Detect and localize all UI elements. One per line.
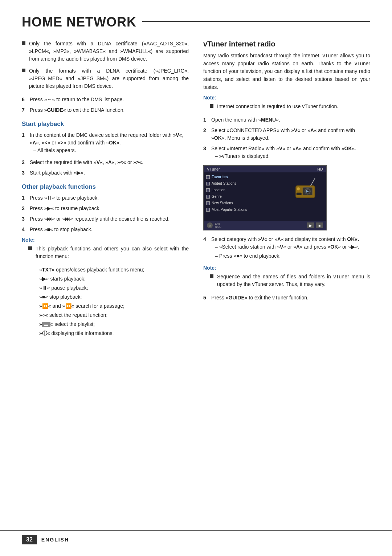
left-column: Only the formats with a DLNA certificate… [22,40,189,341]
vtuner-note: Note: Internet connection is required to… [203,95,370,110]
vtuner-stop-btn: ■ [316,222,323,228]
vtuner-note-text: Internet connection is required to use v… [217,103,338,110]
playback-note-label: Note: [22,237,189,243]
dlna-steps: 6 Press »←« to return to the DMS list pa… [22,96,189,114]
vtuner-menu-location: Location [204,187,262,193]
playback-step-1-num: 1 [22,131,30,139]
vtuner-note-item: Internet connection is required to use v… [210,103,370,110]
vtuner-step-2: 2 Select »CONNECTED APPS« with »V« or »Λ… [203,127,370,142]
playback-step-1-text: In the content of the DMC device select … [30,132,183,146]
vtuner-step-4-content: Select category with »V« or »Λ« and disp… [211,236,359,261]
note-item-repeat: »○« select the repeat function; [39,311,189,319]
other-step-1-text: Press »⏸« to pause playback. [30,194,99,202]
page-number: 32 [22,535,37,544]
vtuner-step-2-num: 2 [203,127,211,134]
page-footer: 32 ENGLISH [0,530,392,549]
playback-step-1: 1 In the content of the DMC device selec… [22,131,189,156]
playback-step-1-sub: – All titels appears. [33,147,189,154]
vtuner-menu-favorites-label: Favorites [212,175,228,179]
other-step-2: 2 Press »▶« to resume playback. [22,205,189,212]
step-7: 7 Press »GUIDE« to exit the DLNA functio… [22,106,189,114]
playback-step-3-text: Start playback with »▶«. [30,169,85,177]
vtuner-step-5: 5 Press »GUIDE« to exit the vTuner funct… [203,294,370,302]
playback-note-content: This playback functions and others you c… [28,245,189,337]
playback-step-2: 2 Select the required title with »V«, »Λ… [22,159,189,166]
vtuner-note-label: Note: [203,95,370,101]
vtuner-step-1-text: Open the menu with »MENU«. [211,116,280,124]
note-item-info: »ⓘ« displaying title informations. [39,330,189,337]
vtuner-note2-icon [210,274,213,278]
other-step-3-num: 3 [22,215,30,223]
vtuner-note-icon [210,104,213,108]
vtuner-home-icon: ⌂ [207,222,213,228]
page-title: HOME NETWORK [22,15,136,30]
other-step-4-num: 4 [22,226,30,233]
svg-rect-7 [297,193,302,195]
vtuner-step-3-text: Select »Internet Radio« with »V« or »Λ« … [211,146,356,151]
step-7-num: 7 [22,106,30,114]
bullet-icon-2 [22,69,25,72]
vtuner-step-3: 3 Select »Internet Radio« with »V« or »Λ… [203,145,370,162]
page: HOME NETWORK Only the formats with a DLN… [0,0,392,556]
bullet-text-1: Only the formats with a DLNA certificate… [29,40,189,63]
vtuner-step-4-sub2: – Press »■« to end playback. [215,252,359,260]
step-6-num: 6 [22,96,30,103]
other-step-2-text: Press »▶« to resume playback. [30,205,101,212]
vtuner-menu-added: Added Stations [204,180,262,187]
page-language: ENGLISH [41,537,69,543]
vtuner-checkbox-location [206,188,210,192]
dlna-bullets: Only the formats with a DLNA certificate… [22,40,189,90]
vtuner-step-5-num: 5 [203,294,211,302]
vtuner-checkbox-popular [206,208,210,212]
vtuner-menu: Favorites Added Stations Location G [204,172,262,218]
step-6: 6 Press »←« to return to the DMS list pa… [22,96,189,103]
vtuner-menu-new: New Stations [204,200,262,206]
bullet-item-1: Only the formats with a DLNA certificate… [22,40,189,63]
right-column: vTuner internet radio Many radio station… [203,40,370,341]
vtuner-menu-favorites: Favorites [204,174,262,180]
note-item-pause: »⏸« pause playback; [39,284,189,292]
vtuner-step4-section: 4 Select category with »V« or »Λ« and di… [203,236,370,261]
vtuner-screen-header: VTuner HD [204,166,326,172]
vtuner-step-3-content: Select »Internet Radio« with »V« or »Λ« … [211,145,356,162]
vtuner-screen-body: Favorites Added Stations Location G [204,172,326,218]
note-text: This playback functions and others you c… [36,245,189,260]
radio-svg [293,177,319,202]
playback-note-bullets: This playback functions and others you c… [28,245,189,260]
vtuner-menu-location-label: Location [212,188,225,192]
step-7-text: Press »GUIDE« to exit the DLNA function. [30,106,124,114]
other-step-4: 4 Press »■« to stop playback. [22,226,189,233]
vtuner-checkbox-genre [206,195,210,199]
note-sub-items: »TXT« opens/closes playback functions me… [36,266,189,337]
vtuner-radio-icon [293,177,319,202]
vtuner-menu-popular-label: Most Popular Stations [212,208,247,212]
vtuner-step-1-num: 1 [203,116,211,124]
vtuner-step-4-sub1: – »Select radio station with »V« or »Λ« … [215,243,359,251]
vtuner-menu-genre-label: Genre [212,195,222,199]
vtuner-note2-list: Sequence and the names of files and fold… [210,273,370,288]
start-playback-steps: 1 In the content of the DMC device selec… [22,131,189,177]
vtuner-checkbox-added [206,182,210,185]
vtuner-step-4: 4 Select category with »V« or »Λ« and di… [203,236,370,261]
vtuner-note2-label: Note: [203,265,370,271]
vtuner-menu-popular: Most Popular Stations [204,207,262,213]
svg-point-4 [297,187,300,191]
vtuner-note2-item: Sequence and the names of files and fold… [210,273,370,288]
playback-note: Note: This playback functions and others… [22,237,189,337]
vtuner-step-3-num: 3 [203,145,211,152]
note-item-search: »⏪« and »⏩« search for a passage; [39,302,189,310]
vtuner-intro: Many radio stations broadcast through th… [203,52,370,91]
vtuner-note2: Note: Sequence and the names of files an… [203,265,370,288]
step-6-text: Press »←« to return to the DMS list page… [30,96,124,103]
playback-step-3: 3 Start playback with »▶«. [22,169,189,177]
vtuner-steps: 1 Open the menu with »MENU«. 2 Select »C… [203,116,370,162]
note-item-stop: »■« stop playback; [39,293,189,301]
vtuner-menu-added-label: Added Stations [212,181,236,185]
note-item-txt: »TXT« opens/closes playback functions me… [39,266,189,274]
svg-line-5 [311,179,315,186]
other-playback-title: Other playback functions [22,183,189,191]
vtuner-step-1: 1 Open the menu with »MENU«. [203,116,370,124]
vtuner-checkbox-new [206,201,210,205]
bullet-item-2: Only the formats with a DLNA certificate… [22,67,189,90]
other-step-1: 1 Press »⏸« to pause playback. [22,194,189,202]
